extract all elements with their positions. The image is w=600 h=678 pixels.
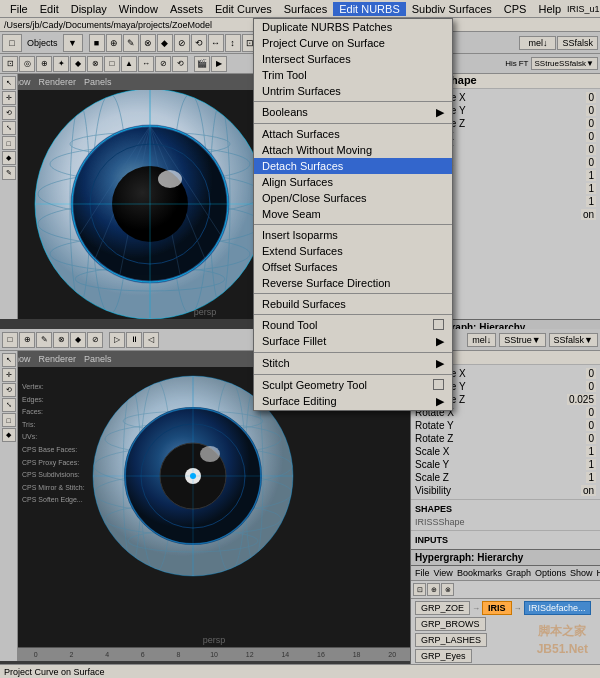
- menu-assets[interactable]: Assets: [164, 2, 209, 16]
- menu-align[interactable]: Align Surfaces: [254, 174, 452, 190]
- snap-btn-10[interactable]: ⊘: [155, 56, 171, 72]
- hgb-tool-1[interactable]: ⊡: [413, 583, 426, 596]
- tool-btn-select[interactable]: ↖: [2, 76, 16, 90]
- menu-extend[interactable]: Extend Surfaces: [254, 243, 452, 259]
- snap-btn-2[interactable]: ◎: [19, 56, 35, 72]
- menu-edit-curves[interactable]: Edit Curves: [209, 2, 278, 16]
- btbar-4[interactable]: ⊗: [53, 332, 69, 348]
- hgb-graph[interactable]: Graph: [504, 568, 533, 578]
- btool-2[interactable]: ✛: [2, 368, 16, 382]
- menu-help[interactable]: Help: [532, 2, 567, 16]
- hgb-show[interactable]: Show: [568, 568, 595, 578]
- btbar-7[interactable]: ▷: [109, 332, 125, 348]
- tool-btn-5[interactable]: □: [2, 136, 16, 150]
- ssfalsk-btn-b[interactable]: SSfalsk▼: [549, 333, 598, 347]
- viewport-renderer[interactable]: Renderer: [35, 77, 81, 87]
- btbar-6[interactable]: ⊘: [87, 332, 103, 348]
- snap-btn-5[interactable]: ◆: [70, 56, 86, 72]
- hg-node-irisdef[interactable]: IRISdefache...: [524, 601, 591, 615]
- menu-booleans[interactable]: Booleans ▶: [254, 104, 452, 121]
- menu-display[interactable]: Display: [65, 2, 113, 16]
- tool-btn-6[interactable]: ◆: [2, 151, 16, 165]
- snap-btn-9[interactable]: ↔: [138, 56, 154, 72]
- hgb-bookmarks[interactable]: Bookmarks: [455, 568, 504, 578]
- toolbar-btn-9[interactable]: ⟲: [191, 34, 207, 52]
- menu-project-curve[interactable]: Project Curve on Surface: [254, 35, 452, 51]
- btool-3[interactable]: ⟲: [2, 383, 16, 397]
- hgb-view[interactable]: View: [432, 568, 455, 578]
- toolbar-btn-1[interactable]: □: [2, 34, 22, 52]
- snap-btn-4[interactable]: ✦: [53, 56, 69, 72]
- menu-edit-nurbs[interactable]: Edit NURBS: [333, 2, 406, 16]
- snap-btn-1[interactable]: ⊡: [2, 56, 18, 72]
- btbar-1[interactable]: □: [2, 332, 18, 348]
- menu-cps[interactable]: CPS: [498, 2, 533, 16]
- menu-round[interactable]: Round Tool: [254, 317, 452, 333]
- menu-open-close[interactable]: Open/Close Surfaces: [254, 190, 452, 206]
- mel-btn[interactable]: mel↓: [519, 36, 556, 50]
- tool-btn-7[interactable]: ✎: [2, 166, 16, 180]
- attr-val-sx[interactable]: 1: [586, 170, 596, 181]
- attr-val-tx[interactable]: 0: [586, 92, 596, 103]
- snap-btn-6[interactable]: ⊗: [87, 56, 103, 72]
- toolbar-btn-7[interactable]: ◆: [157, 34, 173, 52]
- toolbar-btn-3[interactable]: ■: [89, 34, 105, 52]
- hgb-help[interactable]: Help: [594, 568, 600, 578]
- attr-val-ty[interactable]: 0: [586, 105, 596, 116]
- menu-dup-nurbs[interactable]: Duplicate NURBS Patches: [254, 19, 452, 35]
- menu-surfaces[interactable]: Surfaces: [278, 2, 333, 16]
- attr-val-sy[interactable]: 1: [586, 183, 596, 194]
- hg-node-iris-b[interactable]: IRIS: [482, 601, 512, 615]
- vp2-renderer[interactable]: Renderer: [35, 354, 81, 364]
- snap-btn-11[interactable]: ⟲: [172, 56, 188, 72]
- menu-trim[interactable]: Trim Tool: [254, 67, 452, 83]
- hg-node-grp-zoe[interactable]: GRP_ZOE: [415, 601, 470, 615]
- menu-attach[interactable]: Attach Surfaces: [254, 126, 452, 142]
- attr-val-vis[interactable]: on: [581, 209, 596, 220]
- toolbar-btn-6[interactable]: ⊗: [140, 34, 156, 52]
- menu-attach-nommov[interactable]: Attach Without Moving: [254, 142, 452, 158]
- hgb-options[interactable]: Options: [533, 568, 568, 578]
- hg-node-grp-eyes[interactable]: GRP_Eyes: [415, 649, 472, 663]
- objects-dropdown[interactable]: Objects: [23, 38, 62, 48]
- menu-rebuild[interactable]: Rebuild Surfaces: [254, 296, 452, 312]
- btool-6[interactable]: ◆: [2, 428, 16, 442]
- hg-node-grp-lashes[interactable]: GRP_LASHES: [415, 633, 487, 647]
- tool-btn-scale[interactable]: ⤡: [2, 121, 16, 135]
- ssfalsk-btn[interactable]: SSfalsk: [557, 36, 598, 50]
- menu-window[interactable]: Window: [113, 2, 164, 16]
- attr-val-rz[interactable]: 0: [586, 157, 596, 168]
- menu-surface-editing[interactable]: Surface Editing ▶: [254, 393, 452, 410]
- btbar-2[interactable]: ⊕: [19, 332, 35, 348]
- attr-val-ry[interactable]: 0: [586, 144, 596, 155]
- tool-btn-rotate[interactable]: ⟲: [2, 106, 16, 120]
- render-btn-2[interactable]: ▶: [211, 56, 227, 72]
- b-attr-val-vis[interactable]: on: [581, 485, 596, 496]
- menu-detach[interactable]: Detach Surfaces: [254, 158, 452, 174]
- menu-offset[interactable]: Offset Surfaces: [254, 259, 452, 275]
- toolbar-btn-5[interactable]: ✎: [123, 34, 139, 52]
- btbar-9[interactable]: ◁: [143, 332, 159, 348]
- viewport-panels[interactable]: Panels: [80, 77, 116, 87]
- menu-sculpt[interactable]: Sculpt Geometry Tool: [254, 377, 452, 393]
- toolbar-btn-10[interactable]: ↔: [208, 34, 224, 52]
- snap-btn-3[interactable]: ⊕: [36, 56, 52, 72]
- menu-intersect[interactable]: Intersect Surfaces: [254, 51, 452, 67]
- hgb-tool-2[interactable]: ⊕: [427, 583, 440, 596]
- b-attr-val-ty[interactable]: 0: [586, 381, 596, 392]
- menu-untrim[interactable]: Untrim Surfaces: [254, 83, 452, 99]
- b-attr-val-ry[interactable]: 0: [586, 420, 596, 431]
- b-attr-val-sy[interactable]: 1: [586, 459, 596, 470]
- menu-move-seam[interactable]: Move Seam: [254, 206, 452, 222]
- snap-btn-8[interactable]: ▲: [121, 56, 137, 72]
- btool-4[interactable]: ⤡: [2, 398, 16, 412]
- toolbar-btn-2[interactable]: ▼: [63, 34, 83, 52]
- tool-btn-move[interactable]: ✛: [2, 91, 16, 105]
- toolbar-btn-8[interactable]: ⊘: [174, 34, 190, 52]
- menu-subdiv[interactable]: Subdiv Surfaces: [406, 2, 498, 16]
- strue-btn[interactable]: SStrue▼: [499, 333, 545, 347]
- mel-btn-bottom[interactable]: mel↓: [467, 333, 496, 347]
- hg-node-grp-brows[interactable]: GRP_BROWS: [415, 617, 486, 631]
- b-attr-val-tz[interactable]: 0.025: [567, 394, 596, 405]
- render-btn-1[interactable]: 🎬: [194, 56, 210, 72]
